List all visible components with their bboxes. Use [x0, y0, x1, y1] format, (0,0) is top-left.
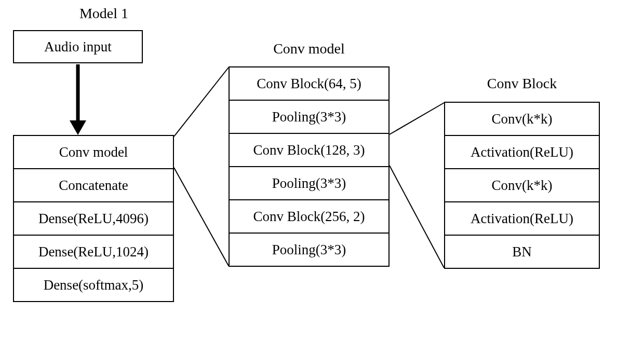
svg-marker-1 [70, 120, 86, 135]
model1-stack: Conv model Concatenate Dense(ReLU,4096) … [13, 135, 174, 302]
connector-line [174, 168, 229, 266]
model1-layer: Conv model [14, 135, 173, 168]
connector-line [390, 166, 444, 268]
model1-layer: Dense(ReLU,4096) [14, 201, 173, 235]
conv-block-layer: Conv(k*k) [445, 102, 599, 135]
arrow-down-icon [70, 64, 86, 135]
model1-layer: Concatenate [14, 168, 173, 201]
audio-input-label: Audio input [44, 39, 112, 55]
connector-line [174, 67, 229, 136]
connector-line [390, 103, 444, 134]
conv-block-layer: Activation(ReLU) [445, 201, 599, 235]
conv-block-layer: BN [445, 235, 599, 268]
conv-model-layer: Pooling(3*3) [230, 166, 388, 199]
conv-model-layer: Pooling(3*3) [230, 233, 388, 266]
conv-block-layer: Activation(ReLU) [445, 135, 599, 168]
model1-layer: Dense(softmax,5) [14, 268, 173, 301]
conv-model-layer: Conv Block(64, 5) [230, 66, 388, 100]
title-model1: Model 1 [52, 5, 156, 22]
conv-model-layer: Conv Block(128, 3) [230, 133, 388, 166]
conv-block-layer: Conv(k*k) [445, 168, 599, 201]
conv-model-stack: Conv Block(64, 5) Pooling(3*3) Conv Bloc… [229, 66, 390, 267]
audio-input-box: Audio input [13, 30, 143, 63]
conv-block-stack: Conv(k*k) Activation(ReLU) Conv(k*k) Act… [444, 102, 600, 269]
model1-layer: Dense(ReLU,1024) [14, 235, 173, 268]
conv-model-layer: Conv Block(256, 2) [230, 199, 388, 233]
title-conv-model: Conv model [244, 40, 374, 57]
title-conv-block: Conv Block [457, 75, 587, 92]
conv-model-layer: Pooling(3*3) [230, 100, 388, 133]
